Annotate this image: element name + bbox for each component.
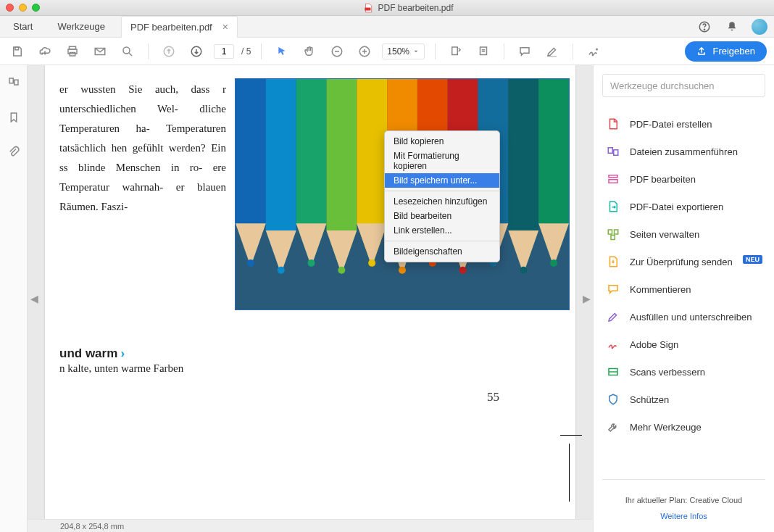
main-toolbar: / 5 150% Freigeben	[0, 38, 774, 65]
tool-organize-pages[interactable]: Seiten verwalten	[594, 220, 774, 248]
svg-rect-52	[608, 148, 612, 154]
thumbnails-icon[interactable]	[4, 72, 24, 93]
close-window-button[interactable]	[6, 4, 14, 12]
ctx-save-image-as[interactable]: Bild speichern unter...	[385, 173, 499, 188]
more-info-link[interactable]: Weitere Infos	[594, 512, 774, 532]
tool-adobe-sign[interactable]: Adobe Sign	[594, 331, 774, 358]
tools-panel: Werkzeuge durchsuchen PDF-Datei erstelle…	[593, 65, 774, 532]
adobe-sign-icon	[607, 338, 620, 351]
fullscreen-window-button[interactable]	[32, 4, 40, 12]
cloud-icon[interactable]	[35, 41, 55, 62]
save-icon[interactable]	[7, 41, 28, 62]
zoom-in-icon[interactable]	[354, 41, 375, 62]
pdf-file-icon	[363, 3, 373, 13]
tool-edit-pdf[interactable]: PDF bearbeiten	[594, 165, 774, 193]
tool-more-tools[interactable]: Mehr Werkzeuge	[594, 413, 774, 441]
hand-tool-icon[interactable]	[299, 41, 320, 62]
tab-tools[interactable]: Werkzeuge	[49, 16, 114, 38]
zoom-select[interactable]: 150%	[382, 43, 425, 59]
combine-icon	[607, 145, 620, 158]
svg-rect-17	[14, 80, 17, 85]
page-body-text: er wussten Sie auch, dass r unterschiedl…	[59, 80, 226, 217]
page-canvas[interactable]: er wussten Sie auch, dass r unterschiedl…	[45, 65, 575, 519]
svg-point-8	[123, 47, 130, 54]
tool-combine[interactable]: Dateien zusammenführen	[594, 138, 774, 165]
tool-create-pdf[interactable]: PDF-Datei erstellen	[594, 110, 774, 138]
search-tools-input[interactable]: Werkzeuge durchsuchen	[602, 74, 765, 97]
chevron-down-icon	[412, 48, 420, 55]
fit-width-icon[interactable]	[446, 41, 466, 62]
svg-point-44	[338, 267, 345, 274]
ctx-edit-image[interactable]: Bild bearbeiten	[385, 209, 499, 223]
tab-file[interactable]: PDF bearbeiten.pdf ×	[121, 16, 238, 38]
comment-tool-icon	[607, 283, 620, 296]
document-viewport: ◀ ▶ er wussten Sie auch, dass r untersch…	[28, 65, 593, 532]
status-bar: 204,8 x 254,8 mm	[28, 519, 593, 532]
shield-icon	[607, 393, 620, 406]
tab-start[interactable]: Start	[4, 16, 41, 38]
zoom-out-icon[interactable]	[327, 41, 347, 62]
tool-export-pdf[interactable]: PDF-Datei exportieren	[594, 193, 774, 220]
bookmark-icon[interactable]	[4, 107, 24, 128]
notifications-icon[interactable]	[722, 17, 742, 37]
svg-rect-16	[9, 78, 13, 83]
tool-enhance-scans[interactable]: Scans verbessern	[594, 358, 774, 386]
svg-point-15	[596, 49, 598, 50]
svg-point-41	[247, 259, 254, 267]
organize-icon	[607, 228, 620, 241]
svg-point-2	[704, 29, 704, 30]
page-subline: n kalte, unten warme Farben	[59, 362, 183, 375]
fill-sign-icon	[607, 310, 620, 323]
pointer-tool-icon[interactable]	[272, 41, 292, 62]
svg-rect-57	[615, 230, 618, 234]
svg-point-42	[278, 267, 285, 274]
print-icon[interactable]	[62, 41, 83, 62]
ctx-copy-formatting[interactable]: Mit Formatierung kopieren	[385, 149, 499, 173]
page-heading: und warm ›	[59, 346, 125, 361]
left-sidebar	[0, 65, 28, 532]
sign-icon[interactable]	[583, 41, 604, 62]
prev-page-icon[interactable]	[159, 41, 179, 62]
crop-mark	[569, 444, 570, 502]
share-button[interactable]: Freigeben	[685, 41, 767, 62]
help-icon[interactable]	[694, 17, 715, 37]
tool-send-review[interactable]: Zur Überprüfung senden NEU	[594, 248, 774, 275]
share-icon	[696, 46, 707, 57]
next-page-icon[interactable]	[186, 41, 207, 62]
search-icon[interactable]	[117, 41, 138, 62]
svg-point-48	[459, 267, 467, 274]
ctx-separator	[385, 241, 499, 241]
tool-fill-sign[interactable]: Ausfüllen und unterschreiben	[594, 303, 774, 331]
svg-point-50	[520, 267, 527, 274]
ctx-image-properties[interactable]: Bildeigenschaften	[385, 244, 499, 259]
window-titlebar: PDF bearbeiten.pdf	[0, 0, 774, 16]
svg-rect-56	[608, 230, 612, 234]
tools-list: PDF-Datei erstellen Dateien zusammenführ…	[594, 106, 774, 469]
fit-page-icon[interactable]	[473, 41, 494, 62]
tool-comment[interactable]: Kommentieren	[594, 275, 774, 303]
minimize-window-button[interactable]	[19, 4, 27, 12]
tool-protect[interactable]: Schützen	[594, 386, 774, 413]
svg-rect-13	[452, 47, 458, 55]
share-label: Freigeben	[712, 46, 755, 57]
ctx-copy-image[interactable]: Bild kopieren	[385, 134, 499, 149]
window-title: PDF bearbeiten.pdf	[378, 3, 453, 13]
image-context-menu: Bild kopieren Mit Formatierung kopieren …	[384, 130, 500, 262]
comment-icon[interactable]	[515, 41, 535, 62]
svg-rect-54	[609, 175, 617, 178]
svg-rect-58	[611, 236, 615, 240]
close-tab-icon[interactable]: ×	[222, 21, 228, 33]
account-avatar[interactable]	[749, 17, 770, 37]
attachment-icon[interactable]	[4, 142, 24, 162]
svg-point-46	[399, 267, 406, 274]
page-number-input[interactable]	[214, 44, 234, 59]
email-icon[interactable]	[90, 41, 110, 62]
highlight-icon[interactable]	[542, 41, 562, 62]
export-pdf-icon	[607, 200, 620, 213]
ctx-add-bookmark[interactable]: Lesezeichen hinzufügen	[385, 194, 499, 209]
edit-pdf-icon	[607, 173, 620, 186]
svg-rect-3	[15, 47, 19, 50]
ctx-create-link[interactable]: Link erstellen...	[385, 223, 499, 238]
svg-rect-0	[365, 7, 371, 10]
wrench-icon	[607, 420, 620, 433]
